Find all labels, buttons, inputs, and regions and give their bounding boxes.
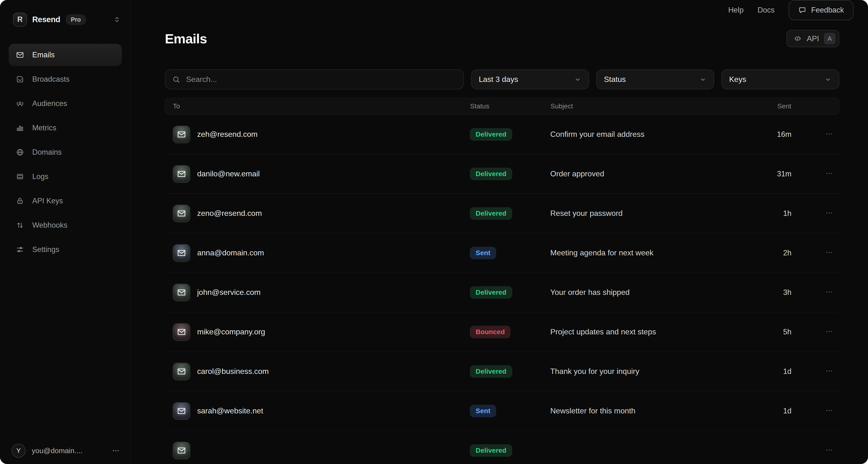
feedback-label: Feedback <box>811 6 844 14</box>
docs-link[interactable]: Docs <box>757 6 775 14</box>
row-actions-ellipsis-icon[interactable] <box>825 169 834 178</box>
status-badge: Delivered <box>470 444 512 457</box>
user-email: you@domain.... <box>32 447 83 455</box>
filter-label: Keys <box>729 75 746 84</box>
row-actions-ellipsis-icon[interactable] <box>825 327 834 336</box>
sidebar-item-logs[interactable]: Logs <box>9 166 122 188</box>
email-tile-icon <box>173 442 190 459</box>
status-badge: Bounced <box>470 326 510 338</box>
code-icon <box>794 34 802 42</box>
topbar: Help Docs Feedback <box>131 0 868 20</box>
sidebar-item-label: Audiences <box>32 99 67 108</box>
sent-time: 31m <box>760 170 792 178</box>
email-subject: Meeting agenda for next week <box>550 249 760 257</box>
avatar: Y <box>11 444 26 458</box>
filter-label: Last 3 days <box>479 75 518 84</box>
email-tile-icon <box>173 362 190 380</box>
filter-keys[interactable]: Keys <box>721 69 839 89</box>
webhooks-icon <box>16 221 24 229</box>
workspace-switcher[interactable]: R Resend Pro <box>13 12 121 27</box>
email-tile-icon <box>173 244 190 262</box>
chevron-down-icon <box>699 76 707 83</box>
table-row[interactable]: zeh@resend.comDeliveredConfirm your emai… <box>165 115 839 154</box>
table-row[interactable]: sarah@website.netSentNewsletter for this… <box>165 391 839 431</box>
api-button[interactable]: API A <box>786 30 839 47</box>
globe-icon <box>16 148 24 156</box>
resend-logo: R <box>13 12 27 27</box>
filters-row: Last 3 daysStatusKeys <box>165 69 839 89</box>
sidebar-item-broadcasts[interactable]: Broadcasts <box>9 68 122 90</box>
status-badge: Sent <box>470 247 496 259</box>
search-box <box>165 69 464 89</box>
logs-icon <box>16 173 24 181</box>
page-title: Emails <box>165 31 207 47</box>
status-badge: Delivered <box>470 207 512 220</box>
recipient-email: zeno@resend.com <box>197 209 262 218</box>
search-input[interactable] <box>186 75 457 84</box>
content: Emails API A Last 3 daysStatusKey <box>131 20 868 464</box>
column-header-sent: Sent <box>760 103 791 110</box>
column-header-status: Status <box>470 103 551 110</box>
email-subject: Your order has shipped <box>550 288 760 297</box>
email-tile-icon <box>173 165 190 183</box>
table-row[interactable]: zeno@resend.comDeliveredReset your passw… <box>165 194 839 233</box>
api-label: API <box>807 34 819 43</box>
chevron-up-down-icon[interactable] <box>113 16 121 23</box>
sidebar-item-label: Webhooks <box>32 221 67 230</box>
row-actions-ellipsis-icon[interactable] <box>825 248 834 257</box>
recipient-email: mike@company.org <box>197 327 265 336</box>
table-row[interactable]: carol@business.comDeliveredThank you for… <box>165 352 839 391</box>
sidebar-item-webhooks[interactable]: Webhooks <box>9 214 122 236</box>
filter-last-3-days[interactable]: Last 3 days <box>471 69 589 89</box>
row-actions-ellipsis-icon[interactable] <box>825 129 834 138</box>
help-link[interactable]: Help <box>728 6 744 14</box>
user-row[interactable]: Y you@domain.... <box>0 444 130 464</box>
email-subject: Order approved <box>550 169 760 178</box>
filter-status[interactable]: Status <box>596 69 714 89</box>
sidebar-item-api-keys[interactable]: API Keys <box>9 190 122 212</box>
email-subject: Confirm your email address <box>550 130 760 139</box>
column-header-subject: Subject <box>551 103 760 110</box>
sidebar-nav: EmailsBroadcastsAudiencesMetricsDomainsL… <box>0 44 130 261</box>
status-badge: Delivered <box>470 128 512 141</box>
sidebar-item-settings[interactable]: Settings <box>9 238 122 261</box>
table-row[interactable]: mike@company.orgBouncedProject updates a… <box>165 312 839 352</box>
sent-time: 3h <box>760 288 792 297</box>
table-row[interactable]: danilo@new.emailDeliveredOrder approved3… <box>165 154 839 194</box>
email-subject: Newsletter for this month <box>550 406 760 415</box>
table-row[interactable]: Delivered <box>165 431 839 464</box>
sidebar-item-audiences[interactable]: Audiences <box>9 92 122 115</box>
sidebar-item-metrics[interactable]: Metrics <box>9 117 122 139</box>
recipient-email: anna@domain.com <box>197 249 264 257</box>
filter-label: Status <box>604 75 626 84</box>
row-actions-ellipsis-icon[interactable] <box>825 446 834 454</box>
sidebar-item-domains[interactable]: Domains <box>9 141 122 163</box>
row-actions-ellipsis-icon[interactable] <box>825 288 834 296</box>
app-window: R Resend Pro EmailsBroadcastsAudiencesMe… <box>0 0 868 464</box>
email-subject: Thank you for your inquiry <box>550 367 760 376</box>
sidebar-item-emails[interactable]: Emails <box>9 44 122 66</box>
user-menu-ellipsis-icon[interactable] <box>112 447 120 455</box>
sidebar-item-label: Broadcasts <box>32 75 69 84</box>
sent-time: 1d <box>760 407 792 415</box>
sidebar-item-label: API Keys <box>32 197 63 205</box>
search-icon <box>172 76 180 84</box>
sent-time: 2h <box>760 249 792 257</box>
feedback-button[interactable]: Feedback <box>788 0 854 20</box>
row-actions-ellipsis-icon[interactable] <box>825 367 834 375</box>
workspace-name: Resend <box>32 15 60 24</box>
email-subject: Project updates and next steps <box>550 327 760 336</box>
table-row[interactable]: john@service.comDeliveredYour order has … <box>165 273 839 312</box>
sidebar-item-label: Emails <box>32 51 55 59</box>
recipient-email: carol@business.com <box>197 367 269 376</box>
chevron-down-icon <box>825 76 832 83</box>
recipient-email: sarah@website.net <box>197 406 263 415</box>
table-body: zeh@resend.comDeliveredConfirm your emai… <box>165 115 839 464</box>
main-area: Help Docs Feedback Emails API A <box>131 0 868 464</box>
column-header-to: To <box>165 103 470 110</box>
sidebar-item-label: Logs <box>32 172 49 181</box>
table-row[interactable]: anna@domain.comSentMeeting agenda for ne… <box>165 233 839 273</box>
broadcast-icon <box>16 75 24 83</box>
row-actions-ellipsis-icon[interactable] <box>825 406 834 415</box>
row-actions-ellipsis-icon[interactable] <box>825 209 834 217</box>
